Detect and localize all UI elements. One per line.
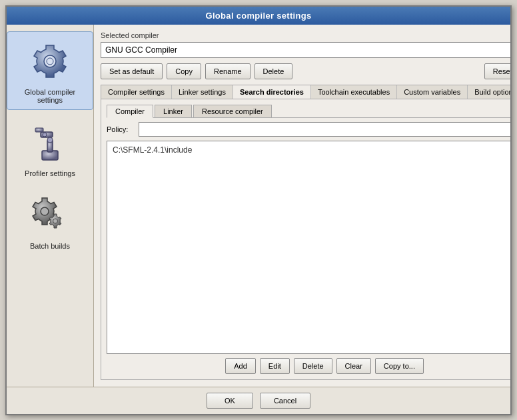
sidebar: Global compiler settings: [7, 25, 94, 387]
main-tabs-container: Compiler settings Linker settings Search…: [101, 85, 510, 380]
profiler-icon: [26, 119, 74, 167]
copy-compiler-button[interactable]: Copy: [167, 63, 201, 79]
sub-tab-compiler[interactable]: Compiler: [107, 105, 153, 118]
compiler-button-row: Set as default Copy Rename Delete Reset …: [101, 63, 510, 79]
reset-defaults-button[interactable]: Reset defaults: [484, 63, 510, 79]
tab-compiler-settings[interactable]: Compiler settings: [101, 85, 172, 99]
sidebar-label-profiler: Profiler settings: [25, 169, 75, 177]
directory-item: C:\SFML-2.4.1\include: [110, 144, 510, 156]
delete-button[interactable]: Delete: [294, 358, 332, 374]
compiler-select-wrapper: GNU GCC Compiler: [101, 42, 510, 58]
svg-point-7: [43, 133, 47, 137]
gear-icon: [26, 37, 74, 85]
right-panel: Selected compiler GNU GCC Compiler Set a…: [94, 25, 510, 387]
directories-list[interactable]: C:\SFML-2.4.1\include: [107, 141, 510, 354]
rename-button[interactable]: Rename: [205, 63, 251, 79]
ok-button[interactable]: OK: [207, 393, 253, 409]
sidebar-item-global-compiler[interactable]: Global compiler settings: [7, 31, 93, 110]
policy-row: Policy:: [107, 122, 510, 137]
delete-compiler-button[interactable]: Delete: [255, 63, 293, 79]
sub-tab-resource-compiler[interactable]: Resource compiler: [193, 105, 272, 117]
search-directories-content: Compiler Linker Resource compiler Policy…: [101, 99, 510, 379]
policy-select[interactable]: [139, 122, 510, 137]
cancel-button[interactable]: Cancel: [260, 393, 310, 409]
sidebar-item-profiler[interactable]: Profiler settings: [7, 113, 93, 183]
tab-toolchain-executables[interactable]: Toolchain executables: [311, 85, 397, 99]
set-as-default-button[interactable]: Set as default: [101, 63, 163, 79]
footer: OK Cancel: [7, 387, 510, 414]
clear-button[interactable]: Clear: [336, 358, 371, 374]
sub-tabs: Compiler Linker Resource compiler: [107, 105, 510, 118]
tab-custom-variables[interactable]: Custom variables: [397, 85, 468, 99]
svg-rect-5: [35, 128, 43, 132]
svg-point-6: [47, 137, 53, 143]
batch-builds-icon: [26, 191, 74, 239]
copy-to-button[interactable]: Copy to...: [375, 358, 424, 374]
action-buttons-row: Add Edit Delete Clear Copy to...: [107, 358, 510, 374]
global-compiler-settings-dialog: Global compiler settings: [5, 5, 512, 415]
sub-tab-linker[interactable]: Linker: [155, 105, 192, 117]
svg-point-9: [53, 219, 58, 223]
content-area: Global compiler settings: [7, 25, 510, 387]
sidebar-label-global-compiler: Global compiler settings: [13, 88, 87, 104]
sidebar-item-batch-builds[interactable]: Batch builds: [7, 186, 93, 255]
add-button[interactable]: Add: [225, 358, 256, 374]
svg-point-0: [44, 55, 56, 67]
tab-build-options[interactable]: Build options: [468, 85, 510, 99]
compiler-select-label: Selected compiler: [101, 31, 510, 39]
compiler-select-section: Selected compiler GNU GCC Compiler: [101, 31, 510, 58]
tab-linker-settings[interactable]: Linker settings: [172, 85, 233, 99]
policy-label: Policy:: [107, 125, 133, 133]
compiler-select[interactable]: GNU GCC Compiler: [101, 42, 510, 58]
sidebar-label-batch-builds: Batch builds: [30, 242, 70, 250]
dialog-title: Global compiler settings: [7, 7, 510, 25]
svg-point-8: [41, 207, 49, 215]
tab-search-directories[interactable]: Search directories: [233, 85, 311, 99]
main-tabs: Compiler settings Linker settings Search…: [101, 85, 510, 99]
edit-button[interactable]: Edit: [260, 358, 290, 374]
